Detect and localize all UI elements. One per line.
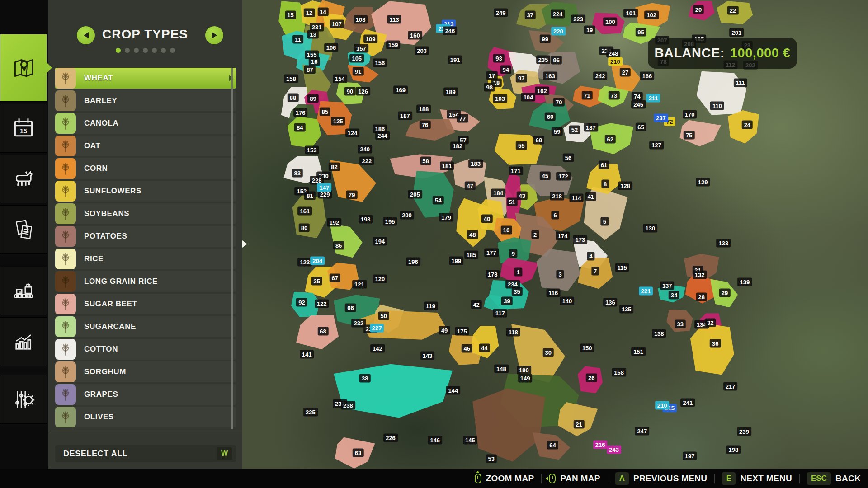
field-number-162[interactable]: 162 bbox=[535, 86, 549, 95]
field-number-69[interactable]: 69 bbox=[533, 136, 544, 144]
field-number-246[interactable]: 246 bbox=[443, 27, 458, 35]
field-number-106[interactable]: 106 bbox=[324, 43, 339, 52]
field-number-67[interactable]: 67 bbox=[330, 273, 340, 282]
field-number-136[interactable]: 136 bbox=[603, 298, 618, 306]
hint-pan-map[interactable]: PAN MAP bbox=[549, 474, 600, 483]
field-number-35[interactable]: 35 bbox=[511, 287, 522, 296]
field-number-58[interactable]: 58 bbox=[420, 157, 431, 165]
field-number-201[interactable]: 201 bbox=[730, 28, 744, 37]
field-number-98[interactable]: 98 bbox=[484, 83, 495, 92]
field-number-47[interactable]: 47 bbox=[465, 182, 476, 190]
field-number-61[interactable]: 61 bbox=[599, 161, 609, 169]
field-number-56[interactable]: 56 bbox=[563, 153, 574, 162]
field-number-183[interactable]: 183 bbox=[468, 159, 483, 168]
field-number-130[interactable]: 130 bbox=[643, 224, 658, 233]
field-number-54[interactable]: 54 bbox=[433, 196, 443, 204]
field-number-109[interactable]: 109 bbox=[363, 35, 378, 43]
field-number-48[interactable]: 48 bbox=[467, 230, 478, 239]
field-number-137[interactable]: 137 bbox=[660, 281, 675, 290]
field-number-62[interactable]: 62 bbox=[605, 135, 616, 143]
field-number-221[interactable]: 221 bbox=[639, 286, 653, 295]
field-patch[interactable] bbox=[558, 402, 598, 436]
field-number-29[interactable]: 29 bbox=[719, 289, 730, 297]
field-number-3[interactable]: 3 bbox=[556, 270, 564, 278]
field-number-204[interactable]: 204 bbox=[310, 256, 325, 265]
farm-map[interactable]: 1512141071081132311311106155168715888899… bbox=[242, 0, 868, 488]
sidebar-item-map[interactable] bbox=[0, 34, 47, 102]
field-number-16[interactable]: 16 bbox=[309, 57, 320, 66]
field-number-126[interactable]: 126 bbox=[356, 87, 370, 95]
field-number-55[interactable]: 55 bbox=[516, 141, 527, 150]
field-number-151[interactable]: 151 bbox=[631, 347, 646, 356]
field-number-193[interactable]: 193 bbox=[359, 215, 373, 223]
field-number-222[interactable]: 222 bbox=[360, 157, 374, 165]
field-number-127[interactable]: 127 bbox=[649, 141, 664, 149]
field-number-38[interactable]: 38 bbox=[359, 374, 370, 383]
field-number-105[interactable]: 105 bbox=[349, 54, 364, 62]
field-number-245[interactable]: 245 bbox=[631, 100, 646, 109]
field-number-211[interactable]: 211 bbox=[646, 94, 660, 103]
crop-row-rice[interactable]: RICE bbox=[55, 249, 236, 269]
field-patch[interactable] bbox=[472, 389, 545, 462]
page-dot[interactable] bbox=[170, 48, 175, 53]
field-number-182[interactable]: 182 bbox=[450, 141, 465, 150]
field-number-176[interactable]: 176 bbox=[293, 108, 308, 117]
field-number-244[interactable]: 244 bbox=[375, 131, 390, 140]
field-number-20[interactable]: 20 bbox=[693, 5, 704, 14]
field-number-84[interactable]: 84 bbox=[294, 123, 305, 131]
field-number-122[interactable]: 122 bbox=[315, 299, 329, 308]
field-number-75[interactable]: 75 bbox=[684, 131, 694, 140]
crop-row-sunflowers[interactable]: SUNFLOWERS bbox=[55, 181, 236, 202]
page-dot[interactable] bbox=[125, 48, 130, 53]
field-number-52[interactable]: 52 bbox=[569, 126, 580, 134]
field-patch[interactable] bbox=[611, 62, 641, 92]
field-number-117[interactable]: 117 bbox=[493, 309, 507, 318]
panel-collapse-arrow[interactable] bbox=[242, 240, 247, 248]
field-number-44[interactable]: 44 bbox=[479, 344, 490, 352]
field-number-198[interactable]: 198 bbox=[726, 445, 741, 454]
hint-back[interactable]: ESC BACK bbox=[807, 472, 861, 485]
next-category-button[interactable] bbox=[205, 26, 223, 44]
field-number-111[interactable]: 111 bbox=[734, 78, 747, 87]
field-number-144[interactable]: 144 bbox=[446, 386, 461, 395]
field-number-5[interactable]: 5 bbox=[601, 217, 609, 226]
crop-row-sorghum[interactable]: SORGHUM bbox=[55, 361, 236, 382]
field-number-79[interactable]: 79 bbox=[346, 190, 357, 199]
sidebar-item-settings[interactable] bbox=[0, 375, 47, 424]
field-number-71[interactable]: 71 bbox=[581, 91, 592, 99]
field-number-12[interactable]: 12 bbox=[304, 9, 315, 17]
field-number-4[interactable]: 4 bbox=[587, 252, 594, 261]
field-number-175[interactable]: 175 bbox=[455, 327, 469, 336]
field-number-139[interactable]: 139 bbox=[737, 278, 752, 286]
field-number-177[interactable]: 177 bbox=[484, 249, 499, 257]
field-number-235[interactable]: 235 bbox=[536, 55, 551, 64]
crop-list-scrollbar[interactable] bbox=[231, 68, 233, 429]
field-number-210[interactable]: 210 bbox=[608, 57, 623, 66]
field-number-6[interactable]: 6 bbox=[551, 211, 559, 220]
field-number-59[interactable]: 59 bbox=[552, 127, 562, 136]
field-number-163[interactable]: 163 bbox=[543, 72, 557, 80]
field-number-26[interactable]: 26 bbox=[586, 373, 597, 382]
field-number-50[interactable]: 50 bbox=[378, 311, 389, 320]
field-number-187[interactable]: 187 bbox=[398, 111, 412, 120]
crop-row-olives[interactable]: OLIVES bbox=[55, 407, 236, 427]
sidebar-item-contracts[interactable] bbox=[0, 205, 47, 254]
page-dot[interactable] bbox=[143, 48, 148, 53]
field-number-76[interactable]: 76 bbox=[420, 121, 430, 129]
field-number-63[interactable]: 63 bbox=[353, 449, 363, 457]
field-number-203[interactable]: 203 bbox=[415, 47, 429, 55]
field-number-153[interactable]: 153 bbox=[305, 145, 319, 154]
field-number-90[interactable]: 90 bbox=[344, 87, 355, 95]
field-number-83[interactable]: 83 bbox=[292, 169, 303, 178]
field-number-172[interactable]: 172 bbox=[556, 172, 571, 180]
field-number-178[interactable]: 178 bbox=[486, 270, 500, 278]
field-number-156[interactable]: 156 bbox=[373, 59, 387, 67]
field-number-37[interactable]: 37 bbox=[524, 11, 535, 19]
field-number-145[interactable]: 145 bbox=[463, 436, 477, 445]
field-number-36[interactable]: 36 bbox=[710, 339, 721, 348]
field-number-191[interactable]: 191 bbox=[448, 55, 462, 64]
field-number-133[interactable]: 133 bbox=[716, 239, 731, 247]
crop-row-long-grain-rice[interactable]: LONG GRAIN RICE bbox=[55, 271, 236, 292]
field-number-102[interactable]: 102 bbox=[644, 11, 659, 19]
field-number-129[interactable]: 129 bbox=[696, 178, 710, 186]
